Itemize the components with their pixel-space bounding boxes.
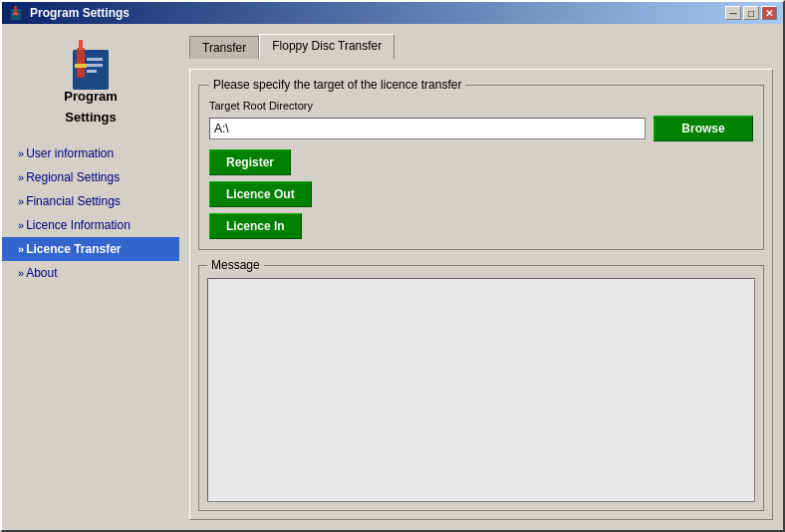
title-bar: Program Settings ─ □ ✕ <box>2 2 783 24</box>
licence-out-button[interactable]: Licence Out <box>209 181 312 207</box>
message-legend: Message <box>207 258 264 272</box>
svg-rect-8 <box>87 58 103 61</box>
sidebar-item-licence-transfer[interactable]: Licence Transfer <box>2 237 179 261</box>
browse-button[interactable]: Browse <box>654 116 753 141</box>
licence-in-button[interactable]: Licence In <box>209 213 302 239</box>
nav-list: User information Regional Settings Finan… <box>2 141 179 285</box>
target-root-label: Target Root Directory <box>209 100 753 112</box>
svg-rect-9 <box>87 64 103 67</box>
licence-transfer-fieldset: Please specify the target of the licence… <box>198 78 764 250</box>
sidebar: Program Settings User information Region… <box>2 24 179 530</box>
main-panel: Please specify the target of the licence… <box>189 69 773 520</box>
svg-rect-7 <box>75 64 87 68</box>
svg-rect-5 <box>77 48 85 78</box>
svg-rect-2 <box>13 13 18 15</box>
title-bar-left: Program Settings <box>8 5 130 21</box>
program-settings-window: Program Settings ─ □ ✕ <box>0 0 785 532</box>
main-content: Transfer Floppy Disc Transfer Please spe… <box>179 24 783 530</box>
message-area <box>207 278 755 502</box>
sidebar-item-licence-information[interactable]: Licence Information <box>2 213 179 237</box>
sidebar-item-about[interactable]: About <box>2 261 179 285</box>
minimize-button[interactable]: ─ <box>725 6 741 20</box>
tab-transfer[interactable]: Transfer <box>189 36 259 59</box>
window-body: Program Settings User information Region… <box>2 24 783 530</box>
maximize-button[interactable]: □ <box>743 6 759 20</box>
title-bar-buttons: ─ □ ✕ <box>725 6 777 20</box>
sidebar-item-user-information[interactable]: User information <box>2 141 179 165</box>
fieldset-legend: Please specify the target of the licence… <box>209 78 465 92</box>
svg-rect-1 <box>14 6 17 14</box>
action-buttons: Register Licence Out Licence In <box>209 149 753 239</box>
window-title: Program Settings <box>30 6 130 20</box>
target-root-row: Browse <box>209 116 753 141</box>
target-root-input[interactable] <box>209 118 646 139</box>
sidebar-item-regional-settings[interactable]: Regional Settings <box>2 165 179 189</box>
app-icon-small <box>8 5 24 21</box>
app-icon <box>65 34 117 86</box>
tab-floppy-disc-transfer[interactable]: Floppy Disc Transfer <box>259 34 394 59</box>
message-fieldset: Message <box>198 258 764 511</box>
sidebar-item-financial-settings[interactable]: Financial Settings <box>2 189 179 213</box>
close-button[interactable]: ✕ <box>761 6 777 20</box>
tab-bar: Transfer Floppy Disc Transfer <box>189 34 773 59</box>
svg-rect-10 <box>87 70 97 73</box>
register-button[interactable]: Register <box>209 149 291 175</box>
svg-rect-6 <box>79 40 83 50</box>
